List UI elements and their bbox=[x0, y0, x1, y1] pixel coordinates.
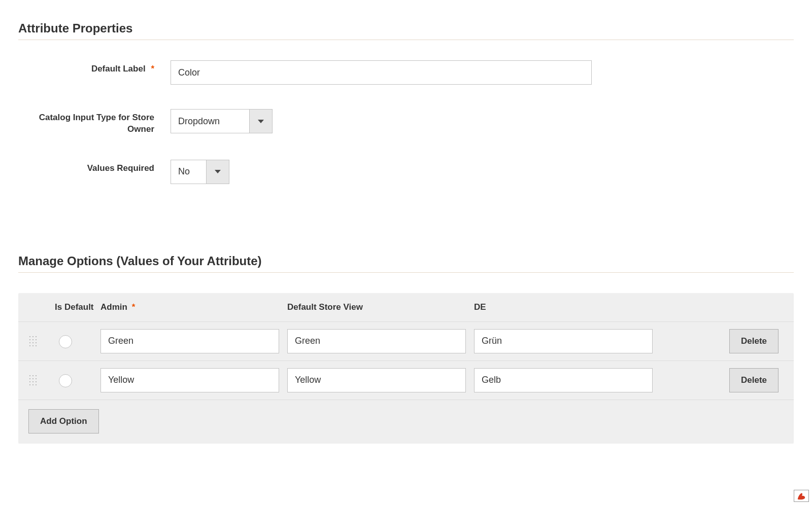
option-row: Delete bbox=[18, 322, 794, 361]
label-catalog-input-type: Catalog Input Type for Store Owner bbox=[18, 109, 171, 135]
row-values-required: Values Required No bbox=[18, 160, 794, 184]
option-de-input[interactable] bbox=[474, 368, 653, 392]
options-panel: Is Default Admin * Default Store View DE bbox=[18, 293, 794, 444]
section-title-attribute-properties: Attribute Properties bbox=[18, 21, 794, 35]
col-header-default-store-view: Default Store View bbox=[287, 302, 466, 312]
chevron-down-icon bbox=[249, 109, 273, 133]
option-admin-input[interactable] bbox=[100, 329, 279, 353]
label-catalog-input-type-text: Catalog Input Type for Store Owner bbox=[39, 113, 154, 134]
required-marker: * bbox=[132, 302, 136, 312]
section-divider bbox=[18, 40, 794, 40]
label-default-label-text: Default Label bbox=[91, 64, 146, 74]
col-header-admin: Admin * bbox=[100, 302, 279, 312]
add-option-button[interactable]: Add Option bbox=[28, 409, 99, 434]
section-title-manage-options: Manage Options (Values of Your Attribute… bbox=[18, 254, 794, 268]
delete-option-button[interactable]: Delete bbox=[729, 368, 779, 392]
label-values-required-text: Values Required bbox=[87, 163, 154, 173]
drag-handle-icon[interactable] bbox=[28, 374, 49, 386]
option-row: Delete bbox=[18, 361, 794, 400]
col-header-de: DE bbox=[474, 302, 653, 312]
chevron-down-icon bbox=[206, 160, 229, 184]
drag-handle-icon[interactable] bbox=[28, 335, 49, 347]
col-header-admin-text: Admin bbox=[100, 302, 127, 312]
values-required-value: No bbox=[171, 160, 206, 184]
row-default-label: Default Label * bbox=[18, 60, 794, 85]
label-default-label: Default Label * bbox=[18, 60, 171, 75]
label-values-required: Values Required bbox=[18, 160, 171, 174]
options-footer: Add Option bbox=[18, 400, 794, 444]
delete-option-button[interactable]: Delete bbox=[729, 329, 779, 353]
app-logo-icon bbox=[794, 490, 809, 502]
option-default-store-view-input[interactable] bbox=[287, 368, 466, 392]
required-marker: * bbox=[151, 64, 154, 74]
col-header-dsv-text: Default Store View bbox=[287, 302, 363, 312]
option-de-input[interactable] bbox=[474, 329, 653, 353]
option-admin-input[interactable] bbox=[100, 368, 279, 392]
default-label-input[interactable] bbox=[171, 60, 592, 85]
options-header: Is Default Admin * Default Store View DE bbox=[18, 293, 794, 322]
is-default-radio[interactable] bbox=[59, 374, 72, 387]
option-default-store-view-input[interactable] bbox=[287, 329, 466, 353]
col-header-is-default: Is Default bbox=[49, 302, 100, 312]
section-divider bbox=[18, 272, 794, 273]
col-header-de-text: DE bbox=[474, 302, 486, 312]
row-catalog-input-type: Catalog Input Type for Store Owner Dropd… bbox=[18, 109, 794, 135]
values-required-select[interactable]: No bbox=[171, 160, 229, 184]
col-header-is-default-text: Is Default bbox=[55, 302, 94, 312]
catalog-input-type-value: Dropdown bbox=[171, 109, 249, 133]
is-default-radio[interactable] bbox=[59, 335, 72, 348]
catalog-input-type-select[interactable]: Dropdown bbox=[171, 109, 273, 133]
